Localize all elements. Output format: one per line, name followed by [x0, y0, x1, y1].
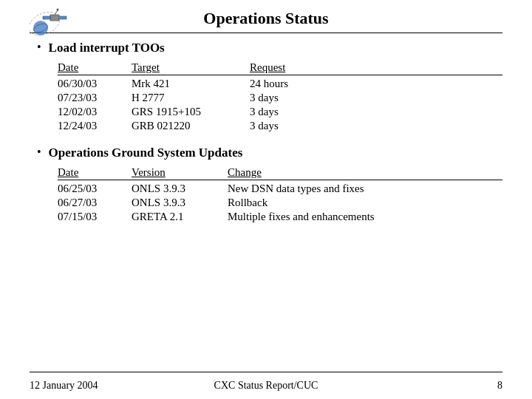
too-table: Date Target Request 06/30/03 Mrk 421 24 …	[58, 61, 502, 132]
svg-rect-3	[43, 16, 50, 19]
svg-point-0	[33, 21, 48, 35]
too-row4-request: 3 days	[250, 120, 361, 132]
footer-divider	[30, 372, 502, 372]
section2-title: Operations Ground System Updates	[49, 146, 243, 160]
ogs-table-header: Date Version Change	[58, 166, 502, 180]
svg-line-5	[55, 10, 58, 15]
section-ogs: • Operations Ground System Updates Date …	[37, 146, 502, 223]
table-row: 06/27/03 ONLS 3.9.3 Rollback	[58, 197, 502, 209]
ogs-row3-date: 07/15/03	[58, 211, 132, 223]
svg-rect-2	[50, 15, 59, 21]
too-header-date: Date	[58, 61, 132, 74]
main-content: • Load interrupt TOOs Date Target Reques…	[30, 41, 502, 223]
too-table-header: Date Target Request	[58, 61, 502, 75]
too-row2-date: 07/23/03	[58, 92, 132, 104]
too-row1-target: Mrk 421	[132, 78, 250, 90]
ogs-table: Date Version Change 06/25/03 ONLS 3.9.3 …	[58, 166, 502, 223]
too-header-request: Request	[250, 61, 361, 74]
bullet-2: •	[37, 146, 41, 159]
ogs-header-change: Change	[228, 166, 502, 179]
ogs-row1-version: ONLS 3.9.3	[132, 183, 228, 195]
too-row3-request: 3 days	[250, 106, 361, 118]
logo	[30, 6, 74, 39]
too-row2-target: H 2777	[132, 92, 250, 104]
too-row3-target: GRS 1915+105	[132, 106, 250, 118]
ogs-row2-change: Rollback	[228, 197, 502, 209]
ogs-row1-change: New DSN data types and fixes	[228, 183, 502, 195]
footer-page-number: 8	[497, 380, 502, 392]
footer: 12 January 2004 CXC Status Report/CUC 8	[30, 380, 502, 392]
ogs-row1-date: 06/25/03	[58, 183, 132, 195]
ogs-row3-version: GRETA 2.1	[132, 211, 228, 223]
section-too: • Load interrupt TOOs Date Target Reques…	[37, 41, 502, 132]
table-row: 06/25/03 ONLS 3.9.3 New DSN data types a…	[58, 183, 502, 195]
section1-title: Load interrupt TOOs	[49, 41, 165, 55]
too-row1-request: 24 hours	[250, 78, 361, 90]
table-row: 12/24/03 GRB 021220 3 days	[58, 120, 502, 132]
ogs-row2-date: 06/27/03	[58, 197, 132, 209]
too-row1-date: 06/30/03	[58, 78, 132, 90]
table-row: 07/23/03 H 2777 3 days	[58, 92, 502, 104]
too-row2-request: 3 days	[250, 92, 361, 104]
too-header-target: Target	[132, 61, 250, 74]
table-row: 06/30/03 Mrk 421 24 hours	[58, 78, 502, 90]
header-divider	[30, 33, 502, 33]
table-row: 07/15/03 GRETA 2.1 Multiple fixes and en…	[58, 211, 502, 223]
footer-center-text: CXC Status Report/CUC	[214, 380, 318, 392]
page-title: Operations Status	[203, 9, 328, 28]
ogs-header-version: Version	[132, 166, 228, 179]
too-row4-date: 12/24/03	[58, 120, 132, 132]
header: Operations Status	[30, 0, 502, 33]
section2-bullet-row: • Operations Ground System Updates	[37, 146, 502, 160]
table-row: 12/02/03 GRS 1915+105 3 days	[58, 106, 502, 118]
too-row3-date: 12/02/03	[58, 106, 132, 118]
too-row4-target: GRB 021220	[132, 120, 250, 132]
bullet-1: •	[37, 41, 41, 54]
ogs-row3-change: Multiple fixes and enhancements	[228, 211, 502, 223]
svg-rect-4	[59, 16, 66, 19]
ogs-row2-version: ONLS 3.9.3	[132, 197, 228, 209]
ogs-header-date: Date	[58, 166, 132, 179]
section1-bullet-row: • Load interrupt TOOs	[37, 41, 502, 55]
svg-point-7	[30, 7, 64, 39]
svg-point-6	[57, 9, 59, 11]
footer-date: 12 January 2004	[30, 380, 98, 392]
